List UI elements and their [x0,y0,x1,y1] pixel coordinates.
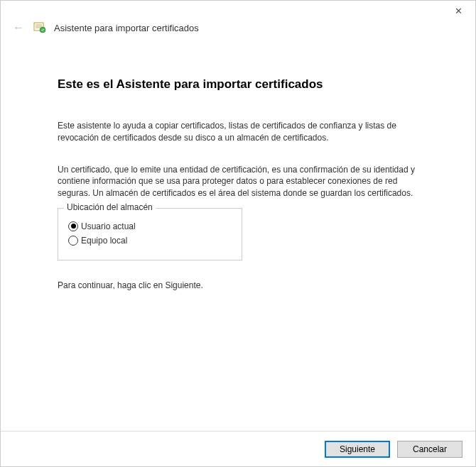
radio-local-machine[interactable]: Equipo local [68,236,232,246]
next-button[interactable]: Siguiente [325,441,390,458]
radio-icon [68,236,78,246]
cancel-button[interactable]: Cancelar [397,441,463,458]
close-button[interactable]: ✕ [447,2,470,19]
wizard-content: Este es el Asistente para importar certi… [1,35,475,290]
radio-icon [68,221,78,231]
continue-instruction: Para continuar, haga clic en Siguiente. [58,280,426,290]
wizard-title: Asistente para importar certificados [54,23,199,33]
wizard-header: ← Asistente para importar certificados [1,1,475,35]
back-arrow-icon: ← [13,21,24,34]
page-heading: Este es el Asistente para importar certi… [58,77,426,92]
svg-point-4 [40,27,45,33]
close-icon: ✕ [455,6,463,16]
certificate-icon [33,21,47,35]
back-button: ← [11,21,26,35]
store-location-group: Ubicación del almacén Usuario actual Equ… [58,208,242,260]
store-location-legend: Ubicación del almacén [64,202,156,212]
intro-paragraph-1: Este asistente lo ayuda a copiar certifi… [58,120,426,144]
radio-label-local-machine: Equipo local [81,236,127,246]
wizard-footer: Siguiente Cancelar [1,431,475,466]
radio-current-user[interactable]: Usuario actual [68,221,232,231]
intro-paragraph-2: Un certificado, que lo emite una entidad… [58,164,426,199]
radio-label-current-user: Usuario actual [81,221,136,231]
